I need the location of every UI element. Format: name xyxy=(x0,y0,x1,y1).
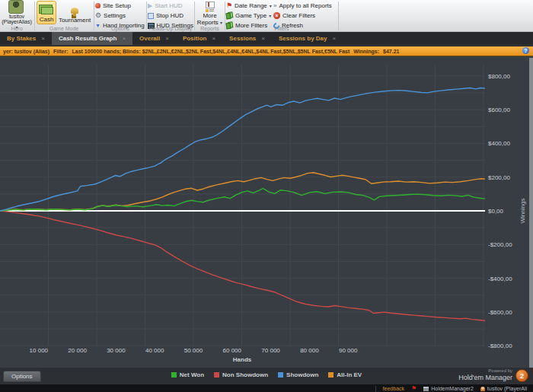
tournament-label: Tournament xyxy=(59,17,91,24)
more-reports-button[interactable]: More Reports ▾ xyxy=(196,2,224,27)
stop-icon xyxy=(148,13,154,19)
ribbon-divider xyxy=(338,2,339,30)
flag-icon[interactable]: ⚑ xyxy=(411,386,417,392)
close-icon[interactable]: × xyxy=(122,35,126,42)
group-label-hud: Heads-Up Display xyxy=(148,26,193,31)
site-setup-icon xyxy=(95,3,101,8)
group-label-hero: Hero xyxy=(0,26,34,31)
start-hud-button[interactable]: ▶ Start HUD xyxy=(148,1,193,11)
tab-by-stakes[interactable]: By Stakes× xyxy=(0,32,52,45)
winnings-value: $47.21 xyxy=(383,49,399,54)
svg-text:$800,00: $800,00 xyxy=(488,73,510,80)
legend-non-showdown[interactable]: Non Showdown xyxy=(214,371,268,378)
date-range-flag-icon: ⚑ xyxy=(226,2,232,9)
tab-position[interactable]: Position× xyxy=(176,32,222,45)
svg-text:90 000: 90 000 xyxy=(339,347,358,354)
player-label: yer: tusitov (Alias) xyxy=(3,49,49,54)
reports-chart-icon xyxy=(206,2,215,8)
site-setup-label: Site Setup xyxy=(103,2,131,9)
svg-text:$200,00: $200,00 xyxy=(488,174,510,181)
apply-all-icon: » xyxy=(273,2,276,9)
ribbon-divider xyxy=(225,2,225,30)
feedback-link[interactable]: feedback xyxy=(383,386,404,391)
date-range-button[interactable]: ⚑ Date Range ▾ xyxy=(226,1,272,11)
svg-text:50 000: 50 000 xyxy=(184,347,203,354)
svg-text:-$800,00: -$800,00 xyxy=(488,343,512,349)
person-icon xyxy=(480,387,485,391)
powered-by-branding: Powered by Hold'em Manager xyxy=(458,368,512,381)
svg-text:40 000: 40 000 xyxy=(145,347,164,354)
group-label-game-mode: Game Mode xyxy=(35,26,93,31)
svg-text:80 000: 80 000 xyxy=(300,347,319,354)
task-strip: feedback ⚑ HoldemManager2 tusitov (Playe… xyxy=(0,384,533,392)
tab-overall[interactable]: Overall× xyxy=(132,32,176,45)
winnings-label: Winnings: xyxy=(353,49,379,54)
clear-filters-label: Clear Filters xyxy=(282,12,315,19)
close-icon[interactable]: × xyxy=(333,35,337,42)
ribbon-group-hero: tusitov (PlayerAlias) ▾ Hero xyxy=(0,0,34,32)
ribbon-group-filters: ⚑ Date Range ▾ Game Type ▾ More Filters … xyxy=(226,0,337,32)
settings-button[interactable]: ⚙ Settings xyxy=(95,11,145,21)
cash-label: Cash xyxy=(40,16,54,23)
brand-label: Hold'em Manager xyxy=(458,374,512,381)
taskbar-window-player[interactable]: tusitov (PlayerAli xyxy=(480,386,527,391)
tournament-mode-button[interactable]: Tournament xyxy=(56,1,93,24)
legend-all-in-ev[interactable]: All-In EV xyxy=(328,371,362,378)
gear-icon: ⚙ xyxy=(95,12,101,19)
ribbon-divider xyxy=(94,2,94,30)
svg-text:70 000: 70 000 xyxy=(261,347,280,354)
svg-text:$0,00: $0,00 xyxy=(488,208,504,215)
powered-by-label: Powered by xyxy=(458,368,512,373)
tab-sessions[interactable]: Sessions× xyxy=(222,32,272,45)
svg-text:-$600,00: -$600,00 xyxy=(488,309,512,316)
filter-label: Filter: xyxy=(53,49,68,54)
group-label-filters: Filters xyxy=(226,26,337,31)
ribbon-group-reports: More Reports ▾ Reports xyxy=(196,0,224,32)
chevron-down-icon: ▾ xyxy=(220,21,222,25)
settings-label: Settings xyxy=(104,12,126,19)
more-reports-label1: More xyxy=(203,12,216,19)
date-range-label: Date Range xyxy=(235,2,267,9)
hero-name-line1: tusitov xyxy=(0,14,34,19)
svg-text:60 000: 60 000 xyxy=(223,347,242,354)
close-icon[interactable]: × xyxy=(165,35,169,42)
group-label-options: Options xyxy=(95,26,145,31)
apply-all-reports-button[interactable]: » Apply to all Reports xyxy=(273,1,332,11)
svg-text:20 000: 20 000 xyxy=(68,347,87,354)
clear-filters-icon: × xyxy=(273,12,280,19)
stop-hud-label: Stop HUD xyxy=(156,12,184,19)
cash-mode-button[interactable]: Cash xyxy=(37,1,56,24)
stop-hud-button[interactable]: Stop HUD xyxy=(148,11,193,21)
vertical-scrollbar[interactable] xyxy=(529,58,533,368)
ribbon-divider xyxy=(146,2,147,30)
taskbar-divider xyxy=(375,386,376,392)
legend-net-won[interactable]: Net Won xyxy=(171,371,204,378)
tab-sessions-by-day[interactable]: Sessions by Day× xyxy=(272,32,343,45)
help-icon[interactable]: ? xyxy=(522,47,529,54)
all-in-ev-swatch xyxy=(328,372,334,378)
svg-text:-$200,00: -$200,00 xyxy=(488,241,512,248)
svg-text:30 000: 30 000 xyxy=(107,347,126,354)
svg-text:-$400,00: -$400,00 xyxy=(488,276,512,282)
ribbon-group-hud: ▶ Start HUD Stop HUD HUD Settings Heads-… xyxy=(148,0,193,32)
site-setup-button[interactable]: Site Setup xyxy=(95,1,145,11)
hero-player-button[interactable] xyxy=(8,0,24,14)
tab-cash-results-graph[interactable]: Cash Results Graph× xyxy=(52,32,132,45)
svg-text:$600,00: $600,00 xyxy=(488,107,510,113)
close-icon[interactable]: × xyxy=(41,35,45,42)
filter-value: Last 100000 hands; Blinds: $2NL,£2NL,€2N… xyxy=(72,49,350,54)
legend-showdown[interactable]: Showdown xyxy=(278,371,318,378)
filter-status-bar: yer: tusitov (Alias) Filter: Last 100000… xyxy=(0,46,533,56)
svg-text:10 000: 10 000 xyxy=(30,347,49,354)
clear-filters-button[interactable]: × Clear Filters xyxy=(273,11,332,21)
net-won-swatch xyxy=(171,372,177,378)
game-type-label: Game Type xyxy=(235,12,266,19)
close-icon[interactable]: × xyxy=(212,35,215,42)
start-hud-label: Start HUD xyxy=(155,2,182,9)
game-type-button[interactable]: Game Type ▾ xyxy=(226,11,272,21)
game-type-cards-icon xyxy=(225,12,231,19)
hm2-logo-badge: 2 xyxy=(515,369,528,382)
taskbar-window-hm2[interactable]: HoldemManager2 xyxy=(423,386,474,391)
ribbon-group-game-mode: Cash Tournament Game Mode xyxy=(35,0,93,32)
close-icon[interactable]: × xyxy=(261,35,265,42)
